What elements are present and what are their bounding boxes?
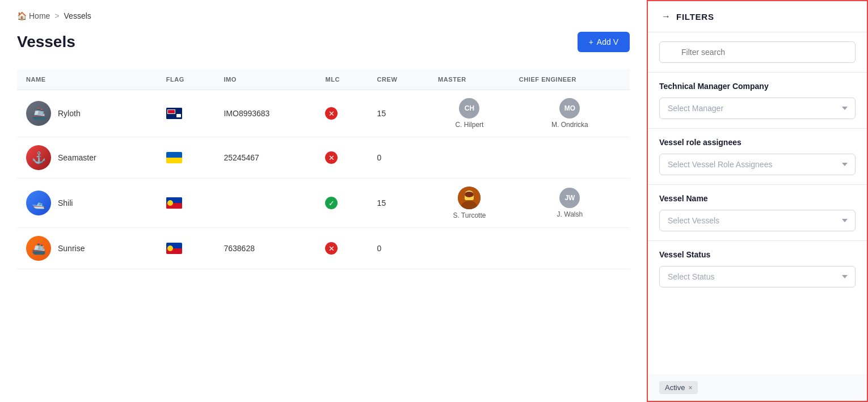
crew-count: 15 — [368, 179, 429, 228]
filter-label-status: Vessel Status — [659, 250, 856, 259]
vessels-table: NAME FLAG IMO MLC CREW MASTER CHIEF ENGI… — [17, 69, 630, 269]
crew-count: 0 — [368, 228, 429, 269]
col-imo: IMO — [214, 69, 316, 90]
active-tag-label: Active — [665, 383, 685, 392]
filter-search-container: 🔍 — [648, 32, 867, 73]
filter-search-input[interactable] — [659, 41, 856, 63]
filter-select-wrapper-status: Select Status — [659, 266, 856, 287]
engineer-cell — [510, 137, 630, 179]
flag-icon — [166, 243, 182, 254]
col-mlc: MLC — [316, 69, 368, 90]
crew-count: 15 — [368, 90, 429, 137]
flag-icon — [166, 108, 182, 119]
master-avatar-photo — [458, 187, 481, 209]
imo-value — [214, 179, 316, 228]
filters-title: FILTERS — [676, 12, 714, 22]
active-tag-close[interactable]: × — [688, 384, 692, 392]
imo-value: 7638628 — [214, 228, 316, 269]
imo-value: 25245467 — [214, 137, 316, 179]
filter-label-role: Vessel role assignees — [659, 138, 856, 147]
master-avatar: CH — [459, 98, 479, 119]
filter-section-manager: Technical Manager Company Select Manager — [648, 73, 867, 129]
table-row[interactable]: 🛥️ Shili — [17, 179, 630, 228]
crew-count: 0 — [368, 137, 429, 179]
mlc-status-false: ✕ — [325, 151, 338, 164]
flag-cell — [166, 197, 206, 209]
vessel-image: 🛥️ — [26, 191, 51, 215]
filter-search-wrapper: 🔍 — [659, 41, 856, 63]
vessel-name-cell: 🚢 Ryloth — [26, 101, 148, 126]
breadcrumb-home-label[interactable]: Home — [29, 11, 50, 20]
breadcrumb-current: Vessels — [64, 11, 91, 20]
filter-section-vessel-name: Vessel Name Select Vessels — [648, 185, 867, 241]
table-row[interactable]: 🚢 Sunrise — [17, 228, 630, 269]
engineer-cell: JW J. Walsh — [519, 188, 621, 218]
mlc-status-true: ✓ — [325, 197, 338, 209]
col-flag: FLAG — [157, 69, 215, 90]
vessels-table-container: NAME FLAG IMO MLC CREW MASTER CHIEF ENGI… — [17, 69, 630, 269]
master-cell — [429, 228, 510, 269]
vessel-image: ⚓ — [26, 145, 51, 170]
filters-panel: → FILTERS 🔍 Technical Manager Company Se… — [647, 0, 868, 402]
flag-cell — [166, 108, 206, 119]
master-cell: CH C. Hilpert — [438, 98, 501, 129]
flag-cell — [166, 243, 206, 254]
flag-icon — [166, 152, 182, 163]
page-header: Vessels + Add V — [17, 32, 630, 52]
filter-section-status: Vessel Status Select Status — [648, 241, 867, 297]
col-name: NAME — [17, 69, 157, 90]
engineer-name: J. Walsh — [557, 210, 583, 218]
vessel-name: Shili — [58, 198, 73, 208]
avatar: 🛥️ — [26, 191, 51, 215]
vessel-name: Sunrise — [58, 244, 85, 253]
add-button-label: Add V — [597, 37, 618, 46]
engineer-cell: MO M. Ondricka — [519, 98, 621, 129]
imo-value: IMO8993683 — [214, 90, 316, 137]
vessel-name: Seamaster — [58, 153, 96, 162]
add-vessel-button[interactable]: + Add V — [578, 32, 630, 52]
filters-header: → FILTERS — [648, 1, 867, 32]
app-container: 🏠 Home > Vessels Vessels + Add V NAME FL… — [0, 0, 868, 402]
col-chief-engineer: CHIEF ENGINEER — [510, 69, 630, 90]
master-name: C. Hilpert — [455, 121, 483, 129]
home-icon: 🏠 — [17, 11, 27, 20]
filter-label-vessel-name: Vessel Name — [659, 194, 856, 203]
col-crew: CREW — [368, 69, 429, 90]
vessel-image: 🚢 — [26, 236, 51, 261]
table-row[interactable]: ⚓ Seamaster 25245467 ✕ — [17, 137, 630, 179]
mlc-status-false: ✕ — [325, 107, 338, 120]
filter-select-wrapper-role: Select Vessel Role Assignees — [659, 154, 856, 175]
filter-select-manager[interactable]: Select Manager — [659, 98, 856, 119]
vessel-image: 🚢 — [26, 101, 51, 126]
filter-select-role[interactable]: Select Vessel Role Assignees — [659, 154, 856, 175]
avatar: 🚢 — [26, 236, 51, 261]
engineer-avatar: MO — [559, 98, 580, 119]
active-filter-tag: Active × — [659, 381, 698, 394]
col-master: MASTER — [429, 69, 510, 90]
add-icon: + — [589, 37, 593, 46]
filter-select-wrapper-manager: Select Manager — [659, 98, 856, 119]
page-title: Vessels — [17, 33, 75, 51]
mlc-status-false: ✕ — [325, 242, 338, 255]
engineer-cell — [510, 228, 630, 269]
main-content: 🏠 Home > Vessels Vessels + Add V NAME FL… — [0, 0, 647, 402]
avatar: 🚢 — [26, 101, 51, 126]
flag-cell — [166, 152, 206, 163]
filter-select-vessel-name[interactable]: Select Vessels — [659, 210, 856, 231]
vessel-name: Ryloth — [58, 109, 81, 118]
breadcrumb-separator: > — [54, 11, 59, 20]
filter-label-manager: Technical Manager Company — [659, 82, 856, 91]
filter-arrow-icon: → — [661, 11, 671, 22]
avatar: ⚓ — [26, 145, 51, 170]
svg-point-4 — [465, 192, 474, 197]
table-row[interactable]: 🚢 Ryloth — [17, 90, 630, 137]
filter-select-status[interactable]: Select Status — [659, 266, 856, 287]
active-filter-bar: Active × — [648, 374, 867, 401]
flag-icon — [166, 197, 182, 209]
filter-section-role: Vessel role assignees Select Vessel Role… — [648, 129, 867, 185]
filter-select-wrapper-vessel-name: Select Vessels — [659, 210, 856, 231]
engineer-avatar: JW — [559, 188, 580, 208]
master-cell — [429, 137, 510, 179]
master-cell: S. Turcotte — [438, 187, 501, 219]
engineer-name: M. Ondricka — [551, 121, 588, 129]
